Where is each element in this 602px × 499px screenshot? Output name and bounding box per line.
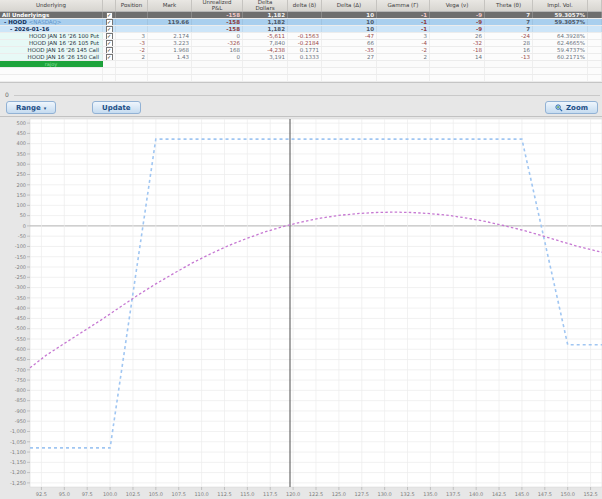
- cell-vega: -9: [430, 12, 485, 18]
- collapse-handle[interactable]: 0: [5, 91, 9, 98]
- cell-mark: [148, 12, 192, 18]
- cell-delta: -47: [322, 33, 377, 39]
- column-header-delta-dollars[interactable]: Delta Dollars: [243, 0, 288, 11]
- row-checkbox[interactable]: ✓: [106, 33, 113, 39]
- cell-delta: 10: [322, 19, 377, 25]
- checkbox-cell: ✓: [103, 19, 116, 25]
- y-tick-label: -300: [15, 284, 26, 290]
- cell-impl_vol: 60.2171%: [533, 54, 588, 60]
- row-checkbox[interactable]: ✓: [106, 54, 113, 60]
- position-row[interactable]: HOOD JAN 16 '26 145 Call✓-21.968168-4,23…: [0, 47, 602, 54]
- cell-gamma: -1: [377, 26, 430, 32]
- cell-vega: [430, 68, 485, 74]
- row-checkbox[interactable]: ✓: [106, 26, 113, 32]
- y-tick-label: -700: [15, 367, 26, 373]
- y-tick-label: -1,050: [10, 439, 26, 445]
- analyze-risk-profile-screen: UnderlyingPositionMarkUnrealized P&LDelt…: [0, 0, 602, 499]
- empty-row[interactable]: [0, 68, 602, 75]
- cell-end: [588, 33, 602, 39]
- cell-theta: [485, 61, 533, 67]
- column-header-unrealized-p-l[interactable]: Unrealized P&L: [192, 0, 243, 11]
- cell-theta: 7: [485, 19, 533, 25]
- cell-vega: -32: [430, 40, 485, 46]
- cell-impl_vol: [533, 68, 588, 74]
- cell-gamma: -2: [377, 47, 430, 53]
- y-tick-label: 200: [16, 182, 26, 188]
- y-tick-label: 0: [23, 223, 26, 229]
- x-tick-label: 92.5: [36, 491, 47, 497]
- column-header-mark[interactable]: Mark: [148, 0, 192, 11]
- green-row[interactable]: rajoy: [0, 61, 602, 68]
- x-tick-label: 120.0: [286, 491, 300, 497]
- cell-impl_vol: 59.3057%: [533, 19, 588, 25]
- chart-toolbar: 0 Range ▾ Update Zoom: [0, 82, 602, 116]
- row-checkbox[interactable]: ✓: [106, 47, 113, 53]
- cell-gamma: [377, 61, 430, 67]
- cell-delta: [322, 75, 377, 81]
- x-tick-label: 102.5: [126, 491, 140, 497]
- y-tick-label: 50: [20, 212, 26, 218]
- hood-row[interactable]: - HOOD<NASDAQ>✓119.66-1581,18210-1-9759.…: [0, 19, 602, 26]
- all-row[interactable]: All Underlyings✓-1581,18210-1-9759.3057%: [0, 12, 602, 19]
- cell-position: [116, 61, 148, 67]
- checkbox-cell: [103, 68, 116, 74]
- y-tick-label: -650: [15, 356, 26, 362]
- cell-delta: 10: [322, 26, 377, 32]
- date-row[interactable]: - 2026-01-16✓-1581,18210-1-97: [0, 26, 602, 33]
- cell-mark: 119.66: [148, 19, 192, 25]
- y-tick-label: 500: [16, 120, 26, 126]
- zoom-button[interactable]: Zoom: [545, 101, 598, 114]
- cell-theta: [485, 68, 533, 74]
- position-row[interactable]: HOOD JAN 16 '26 150 Call✓21.4303,1910.13…: [0, 54, 602, 61]
- position-row[interactable]: HOOD JAN 16 '26 105 Put✓-33.223-3267,840…: [0, 40, 602, 47]
- chevron-down-icon: ▾: [44, 105, 47, 111]
- risk-profile-chart[interactable]: 500450400350300250200150100500-50-100-15…: [0, 116, 602, 499]
- column-header-position[interactable]: Position: [116, 0, 148, 11]
- column-header-underlying[interactable]: Underlying: [0, 0, 103, 11]
- cell-pnl: [192, 75, 243, 81]
- y-tick-label: 100: [16, 202, 26, 208]
- positions-table-body: All Underlyings✓-1581,18210-1-9759.3057%…: [0, 12, 602, 82]
- column-header-vega-[interactable]: Vega (ν): [430, 0, 485, 11]
- column-header-delta-[interactable]: delta (δ): [288, 0, 322, 11]
- position-row[interactable]: HOOD JAN 16 '26 100 Put✓32.1740-5,611-0.…: [0, 33, 602, 40]
- underlying-label: All Underlyings: [0, 12, 103, 18]
- cell-position: [116, 75, 148, 81]
- x-tick-label: 112.5: [217, 491, 231, 497]
- cell-gamma: -4: [377, 40, 430, 46]
- y-tick-label: -50: [18, 233, 26, 239]
- cell-delta: 10: [322, 12, 377, 18]
- cell-gamma: 3: [377, 33, 430, 39]
- column-header-impl-vol-[interactable]: Impl. Vol.: [533, 0, 588, 11]
- cell-position: [116, 12, 148, 18]
- column-header-theta-[interactable]: Theta (θ): [485, 0, 533, 11]
- column-header-gamma-[interactable]: Gamma (Γ): [377, 0, 430, 11]
- cell-end: [588, 68, 602, 74]
- column-header-delta-[interactable]: Delta (Δ): [322, 0, 377, 11]
- update-button-label: Update: [102, 104, 131, 112]
- risk-profile-plot[interactable]: 500450400350300250200150100500-50-100-15…: [0, 117, 602, 499]
- cell-delta_per: [288, 75, 322, 81]
- cell-theta: 16: [485, 47, 533, 53]
- range-button[interactable]: Range ▾: [6, 101, 56, 114]
- column-header-1[interactable]: [103, 0, 116, 11]
- empty-row[interactable]: [0, 75, 602, 82]
- cell-impl_vol: [533, 75, 588, 81]
- cell-vega: -18: [430, 47, 485, 53]
- cell-position: [116, 68, 148, 74]
- cell-gamma: 2: [377, 54, 430, 60]
- update-button[interactable]: Update: [92, 101, 141, 114]
- row-checkbox[interactable]: ✓: [106, 19, 113, 25]
- x-tick-label: 115.0: [240, 491, 254, 497]
- y-tick-label: -500: [15, 325, 26, 331]
- y-tick-label: -850: [15, 397, 26, 403]
- cell-position: 3: [116, 33, 148, 39]
- cell-delta_per: [288, 19, 322, 25]
- column-header-12[interactable]: [588, 0, 602, 11]
- cell-end: [588, 47, 602, 53]
- cell-theta: -13: [485, 54, 533, 60]
- row-checkbox[interactable]: ✓: [106, 12, 113, 18]
- range-button-label: Range: [16, 104, 41, 112]
- row-checkbox[interactable]: ✓: [106, 40, 113, 46]
- cell-vega: 26: [430, 33, 485, 39]
